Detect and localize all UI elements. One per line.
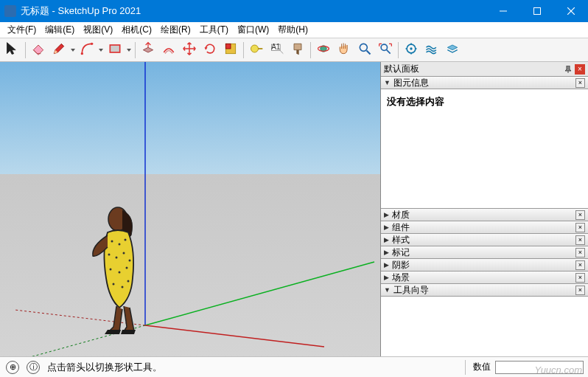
triangle-right-icon: ▶	[384, 211, 389, 218]
tool-paint[interactable]	[288, 41, 307, 60]
pencil-icon	[52, 41, 66, 58]
scale-figure[interactable]	[93, 207, 136, 334]
tool-ext2[interactable]	[422, 41, 441, 60]
triangle-down-icon: ▼	[384, 79, 391, 86]
scale-icon	[223, 41, 238, 58]
svg-point-21	[125, 239, 127, 241]
credits-icon[interactable]: ⓘ	[27, 361, 40, 374]
section-材质[interactable]: ▶材质×	[381, 208, 588, 221]
tool-eraser[interactable]	[29, 41, 48, 60]
svg-point-20	[119, 243, 121, 246]
tool-ext1[interactable]	[402, 41, 421, 60]
tool-zoom[interactable]	[355, 41, 374, 60]
svg-point-28	[126, 267, 128, 269]
text-icon: A1	[270, 41, 284, 58]
section-close-button[interactable]: ×	[575, 223, 585, 232]
tool-arc[interactable]	[77, 41, 97, 60]
section-组件[interactable]: ▶组件×	[381, 221, 588, 234]
section-label: 标记	[392, 246, 575, 259]
section-entity-info[interactable]: ▼图元信息×	[381, 76, 588, 89]
pan-icon	[337, 41, 351, 58]
svg-rect-6	[110, 45, 119, 52]
geolocation-icon[interactable]: ⊕	[6, 361, 19, 374]
red-axis	[145, 325, 324, 347]
toolbar-separator	[135, 42, 136, 58]
section-label: 组件	[392, 221, 575, 234]
menubar: 文件(F)编辑(E)视图(V)相机(C)绘图(R)工具(T)窗口(W)帮助(H)	[0, 22, 588, 38]
menu-绘图(R)[interactable]: 绘图(R)	[156, 22, 195, 38]
section-label: 阴影	[392, 259, 575, 271]
section-close-button[interactable]: ×	[575, 286, 585, 295]
section-close-button[interactable]: ×	[575, 248, 585, 257]
menu-视图(V)[interactable]: 视图(V)	[79, 22, 117, 38]
tool-pushpull[interactable]	[139, 41, 158, 60]
entity-info-body: 没有选择内容	[381, 89, 588, 209]
tray-title: 默认面板	[384, 63, 419, 75]
statusbar-separator	[465, 360, 466, 375]
section-label: 图元信息	[393, 77, 575, 89]
toolbar-separator	[243, 42, 244, 58]
svg-point-31	[127, 280, 130, 283]
section-close-button[interactable]: ×	[575, 78, 585, 88]
minimize-button[interactable]	[486, 0, 520, 22]
tool-tape[interactable]	[247, 41, 266, 60]
triangle-right-icon: ▶	[384, 249, 389, 256]
section-阴影[interactable]: ▶阴影×	[381, 258, 588, 271]
menu-编辑(E)[interactable]: 编辑(E)	[41, 22, 79, 38]
pin-icon[interactable]	[563, 64, 573, 75]
default-tray: 默认面板 × ▼图元信息×没有选择内容▶材质×▶组件×▶样式×▶标记×▶阴影×▶…	[380, 62, 588, 356]
menu-帮助(H)[interactable]: 帮助(H)	[273, 22, 312, 38]
tool-scale[interactable]	[221, 41, 240, 60]
waves-icon	[424, 41, 439, 58]
tool-shape-dropdown[interactable]	[126, 49, 132, 52]
tool-text[interactable]: A1	[267, 41, 287, 60]
tool-line-dropdown[interactable]	[70, 49, 76, 52]
paint-icon	[290, 41, 305, 58]
svg-point-15	[381, 44, 387, 50]
svg-point-5	[91, 43, 93, 45]
menu-工具(T)[interactable]: 工具(T)	[195, 22, 233, 38]
tool-ext3[interactable]	[443, 41, 462, 60]
tool-arc-dropdown[interactable]	[98, 49, 104, 52]
no-selection-message: 没有选择内容	[387, 95, 582, 108]
cursor-icon	[5, 41, 20, 58]
tool-orbit[interactable]	[314, 41, 333, 60]
eraser-icon	[31, 41, 46, 58]
model-canvas[interactable]	[0, 62, 380, 356]
section-场景[interactable]: ▶场景×	[381, 271, 588, 284]
vcb-input[interactable]	[495, 361, 584, 374]
tool-move[interactable]	[180, 41, 199, 60]
tray-header[interactable]: 默认面板 ×	[381, 62, 588, 77]
section-标记[interactable]: ▶标记×	[381, 246, 588, 259]
maximize-button[interactable]	[520, 0, 554, 22]
section-close-button[interactable]: ×	[575, 260, 585, 270]
section-label: 工具向导	[393, 284, 575, 297]
triangle-right-icon: ▶	[384, 236, 389, 243]
tool-select[interactable]	[3, 41, 22, 60]
close-button[interactable]	[554, 0, 588, 22]
tool-zoomext[interactable]	[376, 41, 395, 60]
tool-line[interactable]	[49, 41, 69, 60]
tape-icon	[249, 41, 264, 58]
svg-text:A1: A1	[271, 43, 281, 51]
section-close-button[interactable]: ×	[575, 235, 585, 245]
tray-close-button[interactable]: ×	[575, 64, 585, 75]
titlebar: 无标题 - SketchUp Pro 2021	[0, 0, 588, 22]
tool-rotate[interactable]	[200, 41, 220, 60]
section-样式[interactable]: ▶样式×	[381, 233, 588, 246]
content: 默认面板 × ▼图元信息×没有选择内容▶材质×▶组件×▶样式×▶标记×▶阴影×▶…	[0, 62, 588, 356]
tool-offset[interactable]	[159, 41, 178, 60]
menu-相机(C)[interactable]: 相机(C)	[117, 22, 156, 38]
tool-pan[interactable]	[335, 41, 354, 60]
move-icon	[182, 41, 197, 58]
tool-shape[interactable]	[105, 41, 125, 60]
svg-point-27	[119, 271, 121, 274]
menu-窗口(W)[interactable]: 窗口(W)	[233, 22, 273, 38]
vcb-label: 数值	[469, 361, 495, 373]
section-label: 样式	[392, 234, 575, 246]
viewport[interactable]	[0, 62, 380, 356]
section-close-button[interactable]: ×	[575, 210, 585, 220]
section-close-button[interactable]: ×	[575, 273, 585, 283]
section-工具向导[interactable]: ▼工具向导×	[381, 283, 588, 297]
menu-文件(F)[interactable]: 文件(F)	[3, 22, 41, 38]
